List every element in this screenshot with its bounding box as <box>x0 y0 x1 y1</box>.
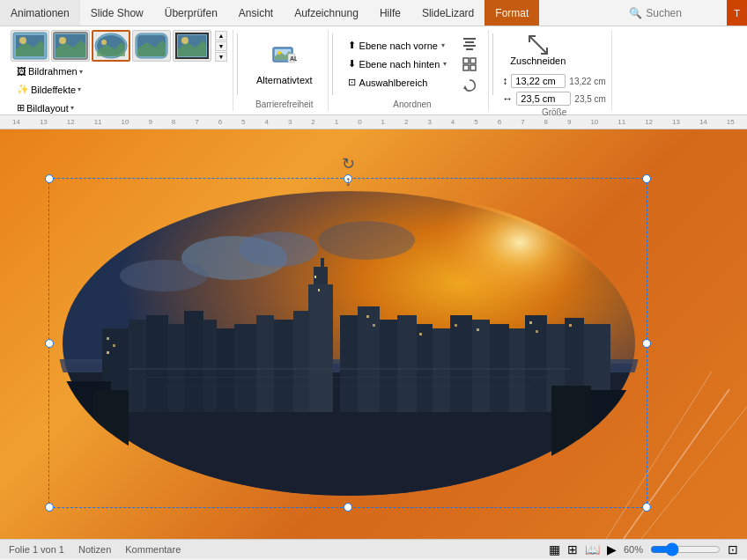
bildeffekte-icon: ✨ <box>17 84 29 95</box>
rotate-icon <box>462 78 477 92</box>
ebene-hinten-label: Ebene nach hinten <box>359 59 440 70</box>
comments-btn[interactable]: Kommentare <box>125 544 181 555</box>
svg-rect-80 <box>536 330 538 333</box>
bildrahmen-btn[interactable]: 🖼 Bildrahmen ▾ <box>11 63 227 79</box>
svg-point-13 <box>181 37 189 44</box>
handle-mid-left[interactable] <box>45 339 54 348</box>
auswahlbereich-icon: ⊡ <box>348 77 356 88</box>
bildrahmen-arrow: ▾ <box>79 68 83 76</box>
svg-rect-55 <box>340 315 358 412</box>
svg-rect-69 <box>107 337 109 340</box>
svg-marker-27 <box>463 85 467 89</box>
zoom-level: 60% <box>624 544 643 555</box>
bildlayout-label: Bildlayout <box>26 103 69 114</box>
notes-btn[interactable]: Notizen <box>78 544 111 555</box>
img-style-5[interactable] <box>173 30 211 62</box>
anordnen-label: Anordnen <box>342 98 484 111</box>
tab-ueberpruefen[interactable]: Überprüfen <box>154 0 228 26</box>
align-btn[interactable] <box>456 33 483 53</box>
svg-rect-19 <box>463 38 476 40</box>
alternativtext-btn[interactable]: ALT Alternativtext <box>247 39 322 90</box>
bildeffekte-btn[interactable]: ✨ Bildeffekte ▾ <box>11 81 227 98</box>
scroll-up-btn[interactable]: ▲ <box>215 31 227 41</box>
view-reading-btn[interactable]: 📖 <box>585 542 600 556</box>
svg-rect-87 <box>93 390 129 500</box>
svg-rect-58 <box>397 315 417 412</box>
horizontal-ruler: 1413121110 98765 43210 12345 678910 1112… <box>0 115 747 129</box>
img-style-2[interactable] <box>51 30 90 62</box>
svg-rect-49 <box>321 258 324 276</box>
alternativtext-icon: ALT <box>272 43 297 73</box>
svg-rect-88 <box>551 386 591 500</box>
handle-bot-right[interactable] <box>642 503 651 512</box>
tab-animationen[interactable]: Animationen <box>0 0 80 26</box>
view-slide-sorter-btn[interactable]: ⊞ <box>567 542 578 556</box>
svg-text:ALT: ALT <box>290 55 297 62</box>
fit-slide-btn[interactable]: ⊡ <box>728 542 738 556</box>
width-input-container <box>516 92 571 106</box>
oval-image <box>58 188 640 500</box>
svg-rect-72 <box>314 276 316 278</box>
auswahlbereich-label: Auswahlbereich <box>359 77 428 88</box>
tab-slidelizard[interactable]: SlideLizard <box>411 0 484 26</box>
svg-point-38 <box>318 221 415 260</box>
separator-3 <box>492 33 493 95</box>
view-normal-btn[interactable]: ▦ <box>549 542 560 556</box>
scroll-down-btn[interactable]: ▼ <box>215 41 227 51</box>
scroll-more-btn[interactable]: ▼ <box>215 52 227 62</box>
account-button[interactable]: T <box>727 0 747 26</box>
anordnen-buttons: ⬆ Ebene nach vorne ▾ ⬇ Ebene nach hinten… <box>342 37 454 91</box>
style-scroll-buttons: ▲ ▼ ▼ <box>215 31 227 62</box>
svg-rect-46 <box>203 320 217 412</box>
img-style-4[interactable] <box>132 30 171 62</box>
tab-slideshow[interactable]: Slide Show <box>80 0 154 26</box>
svg-rect-21 <box>463 45 476 47</box>
svg-rect-81 <box>569 324 572 327</box>
zuschneiden-label: Zuschneiden <box>510 55 566 66</box>
bildeffekte-label: Bildeffekte <box>31 85 76 95</box>
zoom-slider[interactable] <box>650 542 721 556</box>
ebene-vorne-label: Ebene nach vorne <box>359 41 438 51</box>
tab-format[interactable]: Format <box>484 0 539 26</box>
svg-rect-23 <box>463 58 469 63</box>
handle-top-left[interactable] <box>45 174 54 183</box>
search-input[interactable] <box>646 7 716 19</box>
height-input[interactable] <box>515 76 561 86</box>
slide-info: Folie 1 von 1 <box>9 544 64 555</box>
svg-rect-60 <box>433 328 450 412</box>
svg-rect-20 <box>465 41 474 43</box>
view-slideshow-btn[interactable]: ▶ <box>607 542 617 556</box>
handle-top-right[interactable] <box>642 174 651 183</box>
handle-bot-left[interactable] <box>45 503 54 512</box>
tab-aufzeichnung[interactable]: Aufzeichnung <box>284 0 369 26</box>
handle-bot-center[interactable] <box>344 503 352 512</box>
svg-rect-57 <box>380 320 397 412</box>
svg-rect-61 <box>450 315 472 412</box>
tab-ansicht[interactable]: Ansicht <box>228 0 284 26</box>
svg-rect-73 <box>318 289 320 291</box>
svg-rect-62 <box>472 320 490 412</box>
search-icon: 🔍 <box>629 7 642 19</box>
group-btn[interactable] <box>456 55 483 74</box>
svg-rect-45 <box>184 311 203 412</box>
svg-rect-52 <box>256 315 274 412</box>
svg-point-16 <box>277 51 281 55</box>
img-style-3[interactable] <box>92 30 130 62</box>
svg-rect-82 <box>129 368 569 370</box>
zuschneiden-btn[interactable]: Zuschneiden <box>502 30 573 70</box>
ebene-nach-hinten-btn[interactable]: ⬇ Ebene nach hinten ▾ <box>342 55 454 72</box>
ebene-nach-vorne-btn[interactable]: ⬆ Ebene nach vorne ▾ <box>342 37 454 54</box>
grosse-group: Zuschneiden ↕ 13,22 cm ↔ 23,5 cm <box>497 30 612 111</box>
auswahlbereich-btn[interactable]: ⊡ Auswahlbereich <box>342 74 454 91</box>
rotate-handle-icon[interactable]: ↻ <box>342 154 355 173</box>
bildlayout-btn[interactable]: ⊞ Bildlayout ▾ <box>11 99 227 116</box>
handle-mid-right[interactable] <box>642 339 651 348</box>
svg-rect-84 <box>164 386 534 387</box>
width-input[interactable] <box>521 93 566 104</box>
svg-rect-76 <box>419 333 422 335</box>
rotate-btn[interactable] <box>456 76 483 95</box>
tab-hilfe[interactable]: Hilfe <box>369 0 411 26</box>
svg-point-2 <box>19 37 26 44</box>
rotate-handle-container[interactable]: ↻ ↕ <box>342 154 355 189</box>
img-style-1[interactable] <box>11 30 49 62</box>
